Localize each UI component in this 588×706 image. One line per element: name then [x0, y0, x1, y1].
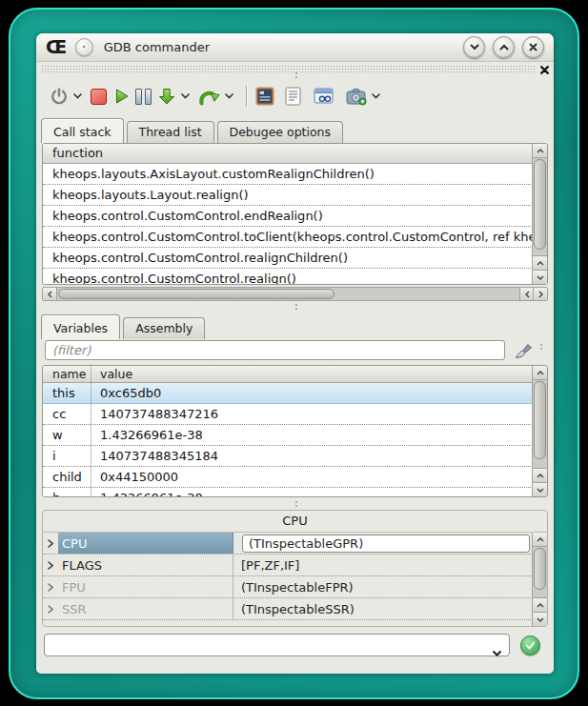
- power-button[interactable]: [50, 84, 69, 109]
- vertical-scrollbar[interactable]: [532, 144, 547, 284]
- snapshot-button[interactable]: [346, 84, 367, 109]
- expander-icon[interactable]: [43, 576, 58, 597]
- pause-icon: [135, 89, 152, 105]
- variable-row[interactable]: w 1.43266961e-38: [43, 425, 533, 446]
- scroll-down-button[interactable]: [533, 270, 547, 284]
- shade-button[interactable]: [463, 36, 485, 58]
- close-icon: [540, 66, 549, 74]
- register-row[interactable]: SSR (TInspectableSSR): [43, 598, 533, 620]
- scroll-up-button[interactable]: [533, 144, 547, 158]
- splitter-handle[interactable]: [295, 501, 297, 509]
- variable-row[interactable]: i 140737488345184: [43, 446, 533, 467]
- callstack-row[interactable]: kheops.layouts.AxisLayout.customRealignC…: [43, 164, 533, 185]
- callstack-table: function kheops.layouts.AxisLayout.custo…: [42, 143, 548, 285]
- scrollbar-thumb[interactable]: [58, 289, 335, 299]
- clear-filter-button[interactable]: [514, 339, 534, 364]
- dock-titlebar[interactable]: [37, 63, 553, 78]
- cpu-panel-title: CPU: [43, 511, 547, 531]
- scroll-up-button[interactable]: [533, 366, 547, 380]
- horizontal-scrollbar[interactable]: [42, 287, 548, 301]
- splitter-handle[interactable]: [295, 304, 297, 312]
- variables-header[interactable]: name value: [43, 366, 533, 383]
- register-name[interactable]: SSR: [58, 598, 233, 619]
- vertical-scrollbar[interactable]: [532, 533, 547, 626]
- scroll-right-button[interactable]: [533, 288, 547, 300]
- callstack-row[interactable]: kheops.control.CustomControl.endRealign(…: [43, 206, 533, 227]
- variable-name: cc: [43, 404, 91, 424]
- variable-row[interactable]: cc 140737488347216: [43, 404, 533, 425]
- command-combobox[interactable]: [44, 634, 510, 656]
- confirm-button[interactable]: [520, 635, 540, 656]
- tab-call-stack[interactable]: Call stack: [41, 118, 124, 143]
- unshade-button[interactable]: [493, 36, 515, 58]
- watches-button[interactable]: [314, 84, 334, 109]
- window-menu-button[interactable]: [75, 38, 93, 56]
- variable-row[interactable]: this 0xc65db0: [43, 383, 533, 404]
- run-button[interactable]: [112, 84, 130, 109]
- tab-thread-list[interactable]: Thread list: [127, 121, 214, 143]
- step-into-dropdown[interactable]: [181, 84, 190, 109]
- scrollbar-thumb[interactable]: [534, 159, 546, 250]
- filter-input[interactable]: [45, 340, 505, 360]
- column-header-value[interactable]: value: [91, 366, 533, 382]
- scroll-up-button[interactable]: [533, 533, 547, 547]
- step-over-dropdown[interactable]: [225, 84, 233, 109]
- register-row[interactable]: FPU (TInspectableFPR): [43, 576, 533, 598]
- scroll-left-button[interactable]: [43, 288, 57, 300]
- scroll-up-button[interactable]: [533, 255, 547, 270]
- scroll-down-button[interactable]: [533, 612, 547, 626]
- window-frame: Œ GDB commander: [9, 8, 579, 699]
- expander-icon[interactable]: [43, 555, 58, 575]
- titlebar[interactable]: Œ GDB commander: [36, 33, 554, 62]
- scroll-up-button[interactable]: [533, 597, 547, 612]
- curved-arrow-icon: [198, 88, 220, 106]
- chevron-down-icon[interactable]: [492, 642, 502, 660]
- callstack-row[interactable]: kheops.control.CustomControl.realign(): [43, 269, 533, 285]
- callstack-row[interactable]: kheops.control.CustomControl.realignChil…: [43, 248, 533, 269]
- scroll-left-button[interactable]: [519, 288, 534, 300]
- power-dropdown[interactable]: [73, 84, 82, 109]
- expander-icon[interactable]: [43, 533, 58, 554]
- app-logo-icon: Œ: [46, 38, 66, 56]
- register-value[interactable]: (TInspectableFPR): [233, 576, 533, 597]
- tab-variables[interactable]: Variables: [41, 314, 120, 339]
- callstack-row[interactable]: kheops.layouts.Layout.realign(): [43, 185, 533, 206]
- callstack-row[interactable]: kheops.control.CustomControl.toClient(kh…: [43, 227, 533, 248]
- variable-row[interactable]: b 1.43266961e-38: [43, 488, 533, 497]
- vertical-scrollbar[interactable]: [532, 366, 547, 496]
- register-value[interactable]: (TInspectableSSR): [233, 598, 533, 619]
- register-name[interactable]: FPU: [58, 576, 233, 597]
- callstack-tabbar: Call stack Thread list Debugee options: [41, 117, 346, 143]
- close-button[interactable]: [522, 36, 544, 58]
- register-row[interactable]: FLAGS [PF,ZF,IF]: [43, 555, 533, 576]
- variable-row[interactable]: child 0x44150000: [43, 467, 533, 488]
- column-header-function[interactable]: function: [43, 144, 533, 164]
- scrollbar-thumb[interactable]: [534, 548, 546, 590]
- expander-icon[interactable]: [43, 598, 58, 619]
- register-value-editor[interactable]: (TInspectableGPR): [242, 535, 530, 553]
- tab-debugee-options[interactable]: Debugee options: [217, 121, 344, 143]
- close-icon: [529, 43, 537, 51]
- cpu-view-button[interactable]: [255, 84, 274, 109]
- column-header-name[interactable]: name: [43, 366, 91, 382]
- variable-value: 1.43266961e-38: [91, 425, 533, 445]
- step-over-button[interactable]: [198, 84, 220, 109]
- event-log-button[interactable]: [285, 84, 301, 109]
- register-value-cell[interactable]: (TInspectableGPR): [233, 533, 533, 554]
- snapshot-dropdown[interactable]: [372, 84, 380, 109]
- dock-close-button[interactable]: [538, 64, 550, 75]
- register-value[interactable]: [PF,ZF,IF]: [233, 555, 533, 575]
- stop-button[interactable]: [91, 84, 107, 109]
- variable-value: 0xc65db0: [91, 383, 533, 403]
- tab-assembly[interactable]: Assembly: [123, 317, 205, 339]
- debug-toolbar: [36, 79, 554, 113]
- step-into-button[interactable]: [157, 84, 176, 109]
- register-row[interactable]: CPU (TInspectableGPR): [43, 533, 533, 555]
- brush-icon: [514, 342, 534, 362]
- scrollbar-thumb[interactable]: [534, 381, 546, 459]
- pause-button[interactable]: [135, 84, 152, 109]
- scroll-down-button[interactable]: [533, 482, 547, 496]
- register-name[interactable]: CPU: [58, 533, 233, 554]
- register-name[interactable]: FLAGS: [58, 555, 233, 575]
- scroll-up-button[interactable]: [533, 468, 547, 482]
